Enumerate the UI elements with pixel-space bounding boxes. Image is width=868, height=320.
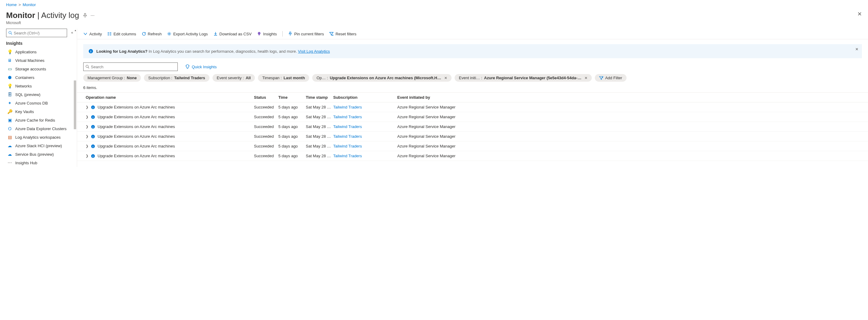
pill-label: Timespan : [262,75,282,80]
operation-name: Upgrade Extensions on Azure Arc machines [98,134,175,139]
activity-button[interactable]: Activity [83,32,102,36]
operation-name: Upgrade Extensions on Azure Arc machines [98,115,175,119]
pill-value: Last month [283,75,305,80]
page-subtitle: Microsoft [6,21,94,25]
banner-link[interactable]: Visit Log Analytics [298,49,330,54]
sidebar-item-icon: ☁ [7,143,12,148]
log-analytics-banner: i Looking for Log Analytics? In Log Anal… [83,44,862,58]
pill-close-icon[interactable]: ✕ [444,76,447,80]
sidebar-item-icon: ⋯ [7,160,12,165]
more-icon[interactable]: ⋯ [91,13,94,18]
table-row[interactable]: ❯ i Upgrade Extensions on Azure Arc mach… [77,151,868,161]
collapse-sidebar-icon[interactable]: « [71,30,73,35]
expand-row-icon[interactable]: ❯ [86,115,88,119]
cell-status: Succeeded [254,134,278,139]
sidebar-item-label: Service Bus (preview) [15,152,54,157]
sidebar-item[interactable]: 💡Applications [6,47,77,56]
quick-insights-button[interactable]: Quick Insights [185,64,217,69]
log-search[interactable] [83,62,178,71]
sidebar-item[interactable]: ☁Azure Stack HCI (preview) [6,141,77,150]
cell-timestamp: Sat May 28 … [306,124,333,129]
cell-time: 5 days ago [278,115,306,119]
insights-button[interactable]: Insights [257,32,277,36]
breadcrumb-home[interactable]: Home [6,2,17,7]
col-subscription[interactable]: Subscription [333,95,397,100]
svg-point-0 [9,31,11,34]
sidebar-item-icon: ▭ [7,66,12,71]
reset-filters-button[interactable]: Reset filters [329,32,356,36]
sidebar-item[interactable]: ⋯Insights Hub [6,158,77,167]
sidebar-item[interactable]: ⬢Containers [6,73,77,82]
expand-row-icon[interactable]: ❯ [86,154,88,158]
col-operation[interactable]: Operation name [83,95,254,100]
sidebar-item[interactable]: 🔑Key Vaults [6,107,77,116]
cell-initiated-by: Azure Regional Service Manager [397,134,862,139]
pin-filters-button[interactable]: Pin current filters [288,32,324,36]
export-label: Export Activity Logs [173,32,208,36]
sidebar-scrollbar[interactable]: ▴ [74,29,77,167]
filter-pills: Management Group : NoneSubscription : Ta… [77,74,868,85]
activity-label: Activity [89,32,102,36]
subscription-link[interactable]: Tailwind Traders [333,115,362,119]
cell-operation: ❯ i Upgrade Extensions on Azure Arc mach… [83,144,254,149]
col-time[interactable]: Time [278,95,306,100]
sidebar-item[interactable]: ☁Service Bus (preview) [6,150,77,158]
filter-pill[interactable]: Subscription : Tailwind Traders [144,74,209,82]
expand-row-icon[interactable]: ❯ [86,134,88,138]
close-button[interactable]: ✕ [857,11,862,18]
subscription-link[interactable]: Tailwind Traders [333,154,362,158]
pin-icon[interactable] [83,13,88,18]
sidebar-item[interactable]: ⌬Azure Data Explorer Clusters [6,124,77,133]
breadcrumb-separator: > [19,2,21,7]
col-initiated-by[interactable]: Event initiated by [397,95,862,100]
table-row[interactable]: ❯ i Upgrade Extensions on Azure Arc mach… [77,141,868,151]
log-search-input[interactable] [91,65,176,69]
sidebar-search-input[interactable] [14,31,65,35]
download-csv-button[interactable]: Download as CSV [213,32,252,36]
add-filter-button[interactable]: Add Filter [595,74,626,82]
subscription-link[interactable]: Tailwind Traders [333,134,362,139]
subscription-link[interactable]: Tailwind Traders [333,144,362,149]
toolbar-divider [282,31,283,37]
subscription-link[interactable]: Tailwind Traders [333,124,362,129]
breadcrumb-monitor[interactable]: Monitor [23,2,36,7]
subscription-link[interactable]: Tailwind Traders [333,105,362,109]
cell-subscription: Tailwind Traders [333,144,397,149]
sidebar-item[interactable]: 💡Networks [6,82,77,90]
table-row[interactable]: ❯ i Upgrade Extensions on Azure Arc mach… [77,122,868,132]
scrollbar-up-arrow[interactable]: ▴ [74,29,77,32]
sidebar-item[interactable]: ▭Storage accounts [6,65,77,73]
table-row[interactable]: ❯ i Upgrade Extensions on Azure Arc mach… [77,112,868,122]
expand-row-icon[interactable]: ❯ [86,125,88,129]
sidebar-item[interactable]: ✦Azure Cosmos DB [6,99,77,107]
filter-pill[interactable]: Management Group : None [83,74,141,82]
table-row[interactable]: ❯ i Upgrade Extensions on Azure Arc mach… [77,102,868,112]
expand-row-icon[interactable]: ❯ [86,105,88,109]
info-icon: i [91,105,95,109]
col-status[interactable]: Status [254,95,278,100]
expand-row-icon[interactable]: ❯ [86,144,88,148]
filter-pill[interactable]: Event initi… : Azure Regional Service Ma… [455,74,592,82]
sidebar-item[interactable]: ▣Azure Cache for Redis [6,116,77,124]
sidebar-item[interactable]: 🗄SQL (preview) [6,90,77,99]
col-timestamp[interactable]: Time stamp [306,95,333,100]
refresh-button[interactable]: Refresh [142,32,162,36]
sidebar-item[interactable]: ▤Log Analytics workspaces [6,133,77,141]
banner-close[interactable]: ✕ [855,47,859,52]
scrollbar-thumb[interactable] [74,81,76,129]
sidebar-item[interactable]: 🖥Virtual Machines [6,56,77,65]
reset-filters-label: Reset filters [335,32,356,36]
filter-pill[interactable]: Timespan : Last month [258,74,309,82]
cell-timestamp: Sat May 28 … [306,134,333,139]
filter-pill[interactable]: Event severity : All [213,74,255,82]
table-row[interactable]: ❯ i Upgrade Extensions on Azure Arc mach… [77,132,868,141]
sidebar-search[interactable] [6,29,67,37]
svg-text:i: i [90,50,91,53]
page-title: Monitor | Activity log [6,11,79,20]
filter-pill[interactable]: Op… : Upgrade Extensions on Azure Arc ma… [312,74,452,82]
info-icon: i [91,154,95,158]
bulb-icon [257,32,261,36]
pill-close-icon[interactable]: ✕ [585,76,588,80]
edit-columns-button[interactable]: Edit columns [107,32,136,36]
export-button[interactable]: Export Activity Logs [167,32,208,36]
